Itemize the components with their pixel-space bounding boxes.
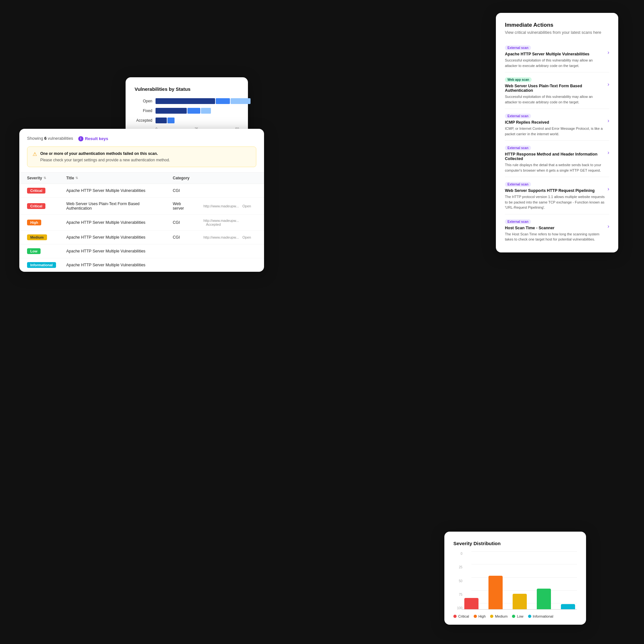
ia-arrow-2[interactable]: ›: [608, 113, 609, 124]
cell-title-0: Apache HTTP Server Multiple Vulnerabilit…: [61, 184, 168, 197]
cell-category-2: CGI: [168, 214, 198, 230]
bar-ext-0: [156, 98, 215, 104]
severity-dist-chart: 100 75 50 25 0: [453, 551, 577, 610]
ia-item-2[interactable]: External scan ICMP Replies Received ICMP…: [505, 109, 609, 140]
table-header-row: Severity ⇅ Title ⇅ Category: [19, 172, 264, 184]
ia-item-4[interactable]: External scan Web Server Supports HTTP R…: [505, 177, 609, 214]
severity-badge-2: High: [27, 220, 41, 225]
ia-desc-5: The Host Scan Time refers to how long th…: [505, 232, 605, 242]
dist-legend-item-2: Medium: [490, 614, 507, 618]
showing-text: Showing 6 vulnerabilities: [27, 136, 74, 141]
ia-desc-3: This rule displays the detail that a web…: [505, 162, 605, 173]
cell-severity-4: Low: [19, 244, 61, 258]
cell-category-0: CGI: [168, 184, 198, 197]
col-category[interactable]: Category: [168, 172, 198, 184]
ia-desc-0: Successful exploitation of this vulnerab…: [505, 58, 605, 68]
vuln-status-title: Vulnerabilities by Status: [135, 86, 239, 92]
ia-title-4: Web Server Supports HTTP Request Pipelin…: [505, 188, 605, 193]
result-keys-button[interactable]: i Result keys: [78, 136, 108, 141]
vuln-table-body: Critical Apache HTTP Server Multiple Vul…: [19, 184, 264, 272]
ia-item-5[interactable]: External scan Host Scan Time - Scanner T…: [505, 214, 609, 246]
cell-category-5: [168, 258, 198, 272]
warning-text: One or more of your authentication metho…: [40, 151, 170, 163]
dist-legend-item-0: Critical: [453, 614, 469, 618]
status-bar-row-2: Accepted: [135, 118, 239, 123]
bar-ext-1: [156, 108, 187, 114]
cell-category-1: Web server: [168, 197, 198, 214]
dist-bar-group-3: [535, 589, 553, 609]
dist-bar-group-0: [462, 598, 481, 609]
ia-arrow-4[interactable]: ›: [608, 181, 609, 192]
ia-title-5: Host Scan Time - Scanner: [505, 226, 605, 230]
ia-item-1[interactable]: Web app scan Web Server Uses Plain-Text …: [505, 72, 609, 109]
table-row[interactable]: Critical Web Server Uses Plain-Text Form…: [19, 197, 264, 214]
table-row[interactable]: Informational Apache HTTP Server Multipl…: [19, 258, 264, 272]
cell-title-3: Apache HTTP Server Multiple Vulnerabilit…: [61, 230, 168, 244]
cell-extra-0: [198, 184, 264, 197]
dist-legend-item-4: Informational: [528, 614, 554, 618]
cell-extra-5: [198, 258, 264, 272]
dist-legend-item-1: High: [474, 614, 486, 618]
ia-title-2: ICMP Replies Received: [505, 120, 605, 125]
bar-ext-2: [156, 118, 167, 123]
bar-web-2: [167, 118, 175, 123]
status-bars: Open Fixed Accepted: [135, 98, 239, 123]
cell-title-1: Web Server Uses Plain-Text Form Based Au…: [61, 197, 168, 214]
chart-baseline: [462, 609, 577, 610]
ia-desc-4: The HTTP protocol version 1.1 allows mul…: [505, 194, 605, 210]
dist-legend: Critical High Medium Low Informational: [453, 614, 577, 618]
ia-items-list: External scan Apache HTTP Server Multipl…: [505, 41, 609, 246]
dist-bar-4: [561, 604, 575, 609]
ia-arrow-0[interactable]: ›: [608, 44, 609, 55]
table-row[interactable]: Medium Apache HTTP Server Multiple Vulne…: [19, 230, 264, 244]
dist-bar-2: [513, 594, 527, 609]
cell-category-3: CGI: [168, 230, 198, 244]
bar-int-1: [201, 108, 211, 114]
ia-arrow-1[interactable]: ›: [608, 76, 609, 87]
table-row[interactable]: Low Apache HTTP Server Multiple Vulnerab…: [19, 244, 264, 258]
severity-badge-0: Critical: [27, 188, 45, 194]
ia-badge-2: External scan: [505, 114, 531, 118]
cell-extra-3: http://www.madeupw... Open: [198, 230, 264, 244]
ia-badge-1: Web app scan: [505, 77, 532, 82]
col-extra: [198, 172, 264, 184]
col-title[interactable]: Title ⇅: [61, 172, 168, 184]
dist-bar-1: [488, 576, 503, 609]
dist-bars-container: [462, 551, 577, 609]
bar-int-0: [231, 98, 251, 104]
vulnerabilities-table: Severity ⇅ Title ⇅ Category Critical Apa…: [19, 172, 264, 272]
cell-severity-2: High: [19, 214, 61, 230]
dist-bar-0: [464, 598, 478, 609]
table-row[interactable]: Critical Apache HTTP Server Multiple Vul…: [19, 184, 264, 197]
y-axis-labels: 100 75 50 25 0: [453, 552, 462, 610]
severity-dist-panel: Severity Distribution 100 75 50 25 0: [444, 532, 586, 625]
ia-item-3[interactable]: External scan HTTP Response Method and H…: [505, 140, 609, 177]
ia-badge-5: External scan: [505, 219, 531, 224]
severity-badge-5: Informational: [27, 262, 56, 268]
immediate-actions-title: Immediate Actions: [505, 22, 609, 28]
cell-severity-5: Informational: [19, 258, 61, 272]
cell-category-4: [168, 244, 198, 258]
severity-badge-4: Low: [27, 248, 41, 254]
vert-chart-area: [462, 551, 577, 610]
ia-badge-0: External scan: [505, 45, 531, 50]
result-keys-icon: i: [78, 136, 83, 141]
ia-arrow-3[interactable]: ›: [608, 145, 609, 156]
col-severity[interactable]: Severity ⇅: [19, 172, 61, 184]
severity-badge-3: Medium: [27, 234, 47, 240]
table-row[interactable]: High Apache HTTP Server Multiple Vulnera…: [19, 214, 264, 230]
ia-item-0[interactable]: External scan Apache HTTP Server Multipl…: [505, 41, 609, 72]
table-header: Showing 6 vulnerabilities i Result keys: [19, 129, 264, 147]
dist-bar-3: [537, 589, 551, 609]
cell-title-2: Apache HTTP Server Multiple Vulnerabilit…: [61, 214, 168, 230]
status-bar-row-0: Open: [135, 98, 239, 104]
ia-title-3: HTTP Response Method and Header Informat…: [505, 152, 605, 161]
cell-title-5: Apache HTTP Server Multiple Vulnerabilit…: [61, 258, 168, 272]
dist-bar-group-4: [559, 604, 577, 609]
ia-arrow-5[interactable]: ›: [608, 218, 609, 229]
immediate-actions-panel: Immediate Actions View critical vulnerab…: [496, 13, 618, 252]
bar-web-0: [216, 98, 230, 104]
ia-title-0: Apache HTTP Server Multiple Vulnerabilit…: [505, 52, 605, 56]
ia-desc-1: Successful exploitation of this vulnerab…: [505, 94, 605, 105]
cell-title-4: Apache HTTP Server Multiple Vulnerabilit…: [61, 244, 168, 258]
